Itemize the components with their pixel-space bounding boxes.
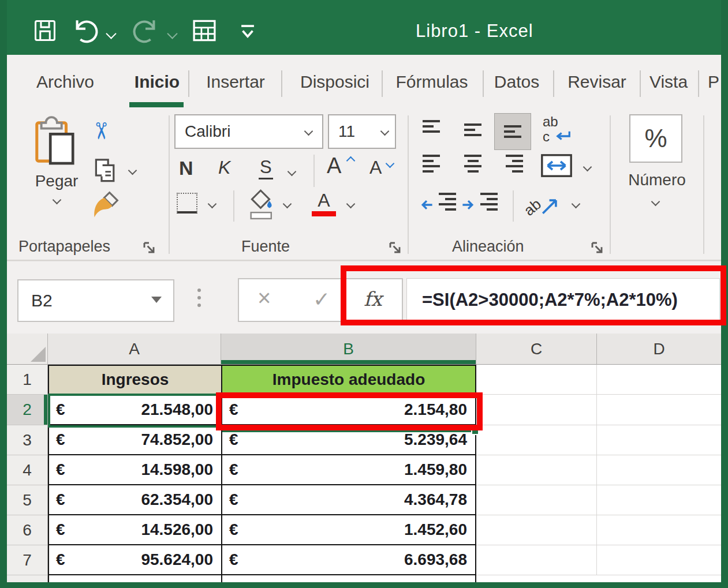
font-size-combobox[interactable]: 11: [328, 114, 396, 149]
redo-dropdown-icon[interactable]: [167, 28, 177, 39]
cell-d7[interactable]: [597, 545, 721, 575]
tab-revisar[interactable]: Revisar: [561, 65, 633, 99]
cell-c6[interactable]: [476, 515, 597, 545]
column-header-a[interactable]: A: [48, 334, 221, 365]
column-header-b-selected[interactable]: B: [221, 334, 476, 365]
cell-a4[interactable]: €14.598,00: [48, 455, 221, 485]
cell-b5[interactable]: €4.364,78: [221, 485, 476, 515]
customize-quick-access-icon[interactable]: [238, 23, 257, 42]
cell-a5[interactable]: €62.354,00: [48, 485, 221, 515]
format-painter-button[interactable]: [90, 190, 120, 219]
align-top-button[interactable]: [423, 120, 440, 133]
cell-a3[interactable]: €74.852,00: [48, 425, 221, 455]
align-right-button[interactable]: [506, 155, 523, 173]
font-name-combobox[interactable]: Calibri: [174, 114, 323, 149]
cell-d2[interactable]: [597, 395, 721, 425]
copy-button[interactable]: [92, 157, 121, 185]
undo-dropdown-icon[interactable]: [106, 28, 116, 39]
cell-d6[interactable]: [597, 515, 721, 545]
cell-c7[interactable]: [476, 545, 597, 575]
paste-button[interactable]: Pegar: [28, 115, 85, 216]
cell-a1[interactable]: Ingresos: [48, 365, 221, 395]
fill-color-button[interactable]: [245, 189, 278, 224]
fill-color-icon: [245, 189, 278, 222]
row-header-1[interactable]: 1: [7, 365, 48, 395]
row-header-6[interactable]: 6: [7, 515, 48, 545]
font-color-button[interactable]: A: [312, 190, 336, 216]
wrap-text-button[interactable]: ab c: [543, 114, 577, 147]
cell-c8[interactable]: [476, 575, 597, 582]
tab-insertar[interactable]: Insertar: [197, 65, 274, 99]
tab-inicio[interactable]: Inicio: [128, 65, 186, 99]
row-header-3[interactable]: 3: [7, 425, 48, 455]
currency-symbol: €: [229, 430, 238, 449]
column-header-d[interactable]: D: [597, 334, 721, 365]
cut-button[interactable]: ✂: [91, 118, 119, 145]
cell-c2[interactable]: [476, 395, 597, 425]
enter-icon[interactable]: ✓: [313, 287, 330, 312]
cell-c5[interactable]: [476, 485, 597, 515]
alignment-dialog-launcher-icon[interactable]: [590, 241, 604, 254]
decrease-indent-arrow-icon: [420, 200, 433, 210]
align-left-button[interactable]: [423, 155, 440, 173]
undo-icon[interactable]: [70, 15, 100, 47]
cell-a7[interactable]: €95.624,00: [48, 545, 221, 575]
row-header-4[interactable]: 4: [7, 455, 48, 485]
align-center-button[interactable]: [464, 155, 481, 173]
tab-datos[interactable]: Datos: [488, 65, 545, 99]
cell-d4[interactable]: [597, 455, 721, 485]
font-dialog-launcher-icon[interactable]: [388, 241, 402, 254]
italic-button[interactable]: K: [218, 157, 230, 178]
orientation-button[interactable]: ab: [524, 190, 565, 220]
decrease-indent-button[interactable]: [423, 193, 456, 216]
cell-a6[interactable]: €14.526,00: [48, 515, 221, 545]
cell-c3[interactable]: [476, 425, 597, 455]
cell-c4[interactable]: [476, 455, 597, 485]
bold-button[interactable]: N: [179, 157, 193, 179]
cell-d3[interactable]: [597, 425, 721, 455]
save-icon[interactable]: [33, 17, 57, 44]
tab-vista[interactable]: Vista: [648, 65, 689, 99]
cell-b6[interactable]: €1.452,60: [221, 515, 476, 545]
underline-button[interactable]: S: [259, 157, 273, 179]
cell-b8[interactable]: [221, 575, 476, 582]
align-bottom-button-selected[interactable]: [494, 113, 531, 150]
paste-label: Pegar: [28, 172, 85, 190]
cancel-icon[interactable]: ×: [257, 285, 271, 311]
row-header-8[interactable]: [7, 575, 48, 582]
percent-style-button[interactable]: %: [629, 114, 682, 163]
shrink-font-letter: A: [369, 157, 381, 178]
cell-d1[interactable]: [597, 365, 721, 395]
title-bar: Libro1 - Excel: [0, 0, 728, 55]
row-header-2-selected[interactable]: 2: [7, 395, 48, 425]
font-name-value: Calibri: [185, 122, 230, 140]
formula-bar-resize-handle[interactable]: [197, 289, 201, 307]
cell-b7[interactable]: €6.693,68: [221, 545, 476, 575]
tab-formulas[interactable]: Fórmulas: [388, 65, 476, 99]
table-borders-icon[interactable]: [192, 17, 217, 44]
tab-archivo[interactable]: Archivo: [28, 65, 103, 99]
cell-d5[interactable]: [597, 485, 721, 515]
increase-indent-button[interactable]: [464, 193, 498, 216]
tab-disposicion[interactable]: Disposici: [289, 65, 381, 99]
cell-c1[interactable]: [476, 365, 597, 395]
merge-center-icon: [540, 153, 573, 178]
column-header-c[interactable]: C: [476, 334, 597, 365]
align-middle-button[interactable]: [464, 123, 481, 136]
borders-button[interactable]: [177, 193, 197, 214]
select-all-corner[interactable]: [7, 334, 48, 365]
grow-font-button[interactable]: A: [327, 153, 353, 178]
cell-b4[interactable]: €1.459,80: [221, 455, 476, 485]
window-frame-bottom: [0, 582, 728, 588]
shrink-font-button[interactable]: A: [369, 157, 392, 178]
row-header-7[interactable]: 7: [7, 545, 48, 575]
row-header-5[interactable]: 5: [7, 485, 48, 515]
redo-icon[interactable]: [130, 15, 160, 47]
cell-d8[interactable]: [597, 575, 721, 582]
clipboard-dialog-launcher-icon[interactable]: [142, 241, 156, 254]
name-box[interactable]: B2: [17, 279, 174, 322]
cell-a8[interactable]: [48, 575, 221, 582]
font-color-letter: A: [312, 190, 336, 210]
cell-b1[interactable]: Impuesto adeudado: [221, 365, 476, 395]
merge-center-button[interactable]: [540, 153, 573, 180]
